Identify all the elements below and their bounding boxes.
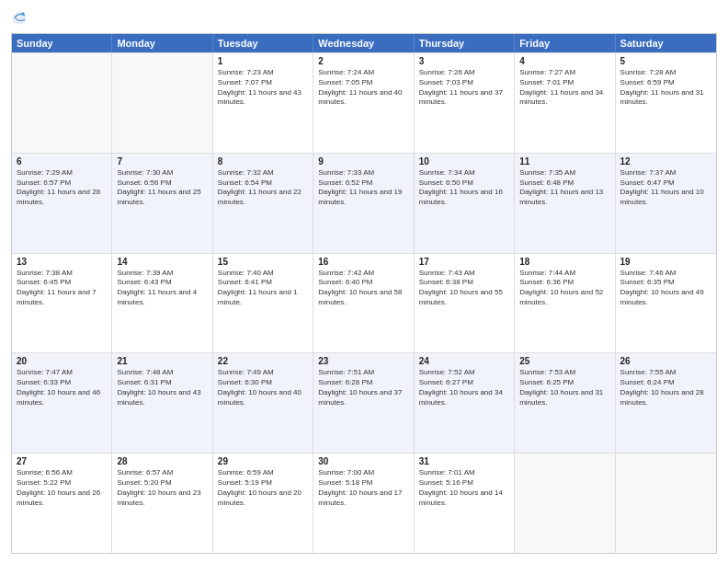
calendar-cell-3-0: 20Sunrise: 7:47 AM Sunset: 6:33 PM Dayli… [12, 353, 112, 453]
calendar-cell-4-5 [515, 454, 615, 553]
day-number: 19 [620, 257, 711, 267]
calendar-cell-3-4: 24Sunrise: 7:52 AM Sunset: 6:27 PM Dayli… [415, 353, 515, 453]
day-info: Sunrise: 7:38 AM Sunset: 6:45 PM Dayligh… [17, 269, 107, 308]
logo [11, 9, 29, 26]
day-info: Sunrise: 7:47 AM Sunset: 6:33 PM Dayligh… [17, 368, 107, 408]
day-info: Sunrise: 7:34 AM Sunset: 6:50 PM Dayligh… [419, 168, 509, 208]
day-number: 6 [17, 156, 107, 167]
calendar-cell-3-1: 21Sunrise: 7:48 AM Sunset: 6:31 PM Dayli… [112, 353, 212, 453]
day-info: Sunrise: 7:01 AM Sunset: 5:16 PM Dayligh… [419, 468, 509, 508]
calendar-cell-1-3: 9Sunrise: 7:33 AM Sunset: 6:52 PM Daylig… [313, 154, 414, 253]
calendar-row-0: 1Sunrise: 7:23 AM Sunset: 7:07 PM Daylig… [12, 52, 716, 153]
day-number: 27 [17, 456, 107, 466]
calendar-row-3: 20Sunrise: 7:47 AM Sunset: 6:33 PM Dayli… [12, 352, 716, 453]
calendar-cell-0-0 [12, 53, 112, 153]
day-info: Sunrise: 7:27 AM Sunset: 7:01 PM Dayligh… [519, 68, 609, 108]
day-number: 5 [620, 56, 711, 66]
day-number: 25 [519, 356, 609, 366]
calendar-cell-2-3: 16Sunrise: 7:42 AM Sunset: 6:40 PM Dayli… [313, 254, 414, 353]
day-info: Sunrise: 7:26 AM Sunset: 7:03 PM Dayligh… [419, 68, 509, 108]
weekday-header-tuesday: Tuesday [213, 34, 313, 52]
day-number: 11 [519, 156, 609, 167]
calendar-cell-3-2: 22Sunrise: 7:49 AM Sunset: 6:30 PM Dayli… [213, 353, 313, 453]
day-number: 14 [117, 257, 207, 267]
page-header [11, 9, 717, 26]
day-number: 12 [620, 156, 711, 167]
calendar-cell-4-3: 30Sunrise: 7:00 AM Sunset: 5:18 PM Dayli… [313, 454, 414, 553]
calendar: SundayMondayTuesdayWednesdayThursdayFrid… [11, 33, 717, 554]
day-info: Sunrise: 7:28 AM Sunset: 6:59 PM Dayligh… [620, 68, 711, 108]
day-info: Sunrise: 7:53 AM Sunset: 6:25 PM Dayligh… [519, 368, 609, 408]
day-number: 26 [620, 356, 711, 366]
day-info: Sunrise: 7:32 AM Sunset: 6:54 PM Dayligh… [218, 168, 308, 208]
calendar-cell-2-0: 13Sunrise: 7:38 AM Sunset: 6:45 PM Dayli… [12, 254, 112, 353]
calendar-cell-4-0: 27Sunrise: 6:56 AM Sunset: 5:22 PM Dayli… [12, 454, 112, 553]
calendar-cell-1-5: 11Sunrise: 7:35 AM Sunset: 6:48 PM Dayli… [515, 154, 615, 253]
day-info: Sunrise: 7:44 AM Sunset: 6:36 PM Dayligh… [519, 269, 609, 308]
day-number: 28 [117, 456, 207, 466]
day-info: Sunrise: 6:56 AM Sunset: 5:22 PM Dayligh… [17, 468, 107, 508]
day-info: Sunrise: 6:59 AM Sunset: 5:19 PM Dayligh… [218, 468, 308, 508]
calendar-row-1: 6Sunrise: 7:29 AM Sunset: 6:57 PM Daylig… [12, 153, 716, 253]
day-number: 31 [419, 456, 509, 466]
calendar-cell-3-6: 26Sunrise: 7:55 AM Sunset: 6:24 PM Dayli… [616, 353, 716, 453]
day-number: 15 [218, 257, 308, 267]
day-info: Sunrise: 7:39 AM Sunset: 6:43 PM Dayligh… [117, 269, 207, 308]
calendar-cell-4-2: 29Sunrise: 6:59 AM Sunset: 5:19 PM Dayli… [213, 454, 313, 553]
day-info: Sunrise: 7:33 AM Sunset: 6:52 PM Dayligh… [318, 168, 408, 208]
day-number: 9 [318, 156, 408, 167]
day-number: 8 [218, 156, 308, 167]
calendar-cell-3-3: 23Sunrise: 7:51 AM Sunset: 6:28 PM Dayli… [313, 353, 414, 453]
calendar-cell-3-5: 25Sunrise: 7:53 AM Sunset: 6:25 PM Dayli… [515, 353, 615, 453]
day-info: Sunrise: 7:30 AM Sunset: 6:56 PM Dayligh… [117, 168, 207, 208]
weekday-header-saturday: Saturday [616, 34, 716, 52]
calendar-cell-0-5: 4Sunrise: 7:27 AM Sunset: 7:01 PM Daylig… [515, 53, 615, 153]
day-number: 2 [318, 56, 408, 66]
day-number: 21 [117, 356, 207, 366]
calendar-cell-0-1 [112, 53, 212, 153]
day-number: 29 [218, 456, 308, 466]
day-number: 17 [419, 257, 509, 267]
day-info: Sunrise: 6:57 AM Sunset: 5:20 PM Dayligh… [117, 468, 207, 508]
weekday-header-thursday: Thursday [415, 34, 515, 52]
day-number: 24 [419, 356, 509, 366]
day-number: 22 [218, 356, 308, 366]
weekday-header-monday: Monday [112, 34, 212, 52]
weekday-header-friday: Friday [515, 34, 615, 52]
day-number: 7 [117, 156, 207, 167]
calendar-body: 1Sunrise: 7:23 AM Sunset: 7:07 PM Daylig… [12, 52, 716, 553]
calendar-cell-1-0: 6Sunrise: 7:29 AM Sunset: 6:57 PM Daylig… [12, 154, 112, 253]
day-number: 16 [318, 257, 408, 267]
weekday-header-wednesday: Wednesday [313, 34, 414, 52]
logo-icon [11, 9, 28, 26]
day-number: 10 [419, 156, 509, 167]
calendar-cell-0-4: 3Sunrise: 7:26 AM Sunset: 7:03 PM Daylig… [415, 53, 515, 153]
calendar-row-4: 27Sunrise: 6:56 AM Sunset: 5:22 PM Dayli… [12, 453, 716, 553]
day-info: Sunrise: 7:46 AM Sunset: 6:35 PM Dayligh… [620, 269, 711, 308]
day-info: Sunrise: 7:24 AM Sunset: 7:05 PM Dayligh… [318, 68, 408, 108]
day-info: Sunrise: 7:49 AM Sunset: 6:30 PM Dayligh… [218, 368, 308, 408]
day-info: Sunrise: 7:42 AM Sunset: 6:40 PM Dayligh… [318, 269, 408, 308]
day-number: 18 [519, 257, 609, 267]
calendar-cell-2-1: 14Sunrise: 7:39 AM Sunset: 6:43 PM Dayli… [112, 254, 212, 353]
calendar-cell-0-3: 2Sunrise: 7:24 AM Sunset: 7:05 PM Daylig… [313, 53, 414, 153]
calendar-cell-1-1: 7Sunrise: 7:30 AM Sunset: 6:56 PM Daylig… [112, 154, 212, 253]
day-info: Sunrise: 7:51 AM Sunset: 6:28 PM Dayligh… [318, 368, 408, 408]
day-info: Sunrise: 7:00 AM Sunset: 5:18 PM Dayligh… [318, 468, 408, 508]
day-number: 23 [318, 356, 408, 366]
calendar-cell-4-4: 31Sunrise: 7:01 AM Sunset: 5:16 PM Dayli… [415, 454, 515, 553]
calendar-cell-0-6: 5Sunrise: 7:28 AM Sunset: 6:59 PM Daylig… [616, 53, 716, 153]
day-info: Sunrise: 7:52 AM Sunset: 6:27 PM Dayligh… [419, 368, 509, 408]
calendar-cell-1-2: 8Sunrise: 7:32 AM Sunset: 6:54 PM Daylig… [213, 154, 313, 253]
calendar-cell-2-5: 18Sunrise: 7:44 AM Sunset: 6:36 PM Dayli… [515, 254, 615, 353]
day-info: Sunrise: 7:40 AM Sunset: 6:41 PM Dayligh… [218, 269, 308, 308]
calendar-cell-1-4: 10Sunrise: 7:34 AM Sunset: 6:50 PM Dayli… [415, 154, 515, 253]
calendar-cell-4-1: 28Sunrise: 6:57 AM Sunset: 5:20 PM Dayli… [112, 454, 212, 553]
day-number: 13 [17, 257, 107, 267]
day-info: Sunrise: 7:23 AM Sunset: 7:07 PM Dayligh… [218, 68, 308, 108]
calendar-row-2: 13Sunrise: 7:38 AM Sunset: 6:45 PM Dayli… [12, 253, 716, 353]
calendar-cell-2-6: 19Sunrise: 7:46 AM Sunset: 6:35 PM Dayli… [616, 254, 716, 353]
day-info: Sunrise: 7:48 AM Sunset: 6:31 PM Dayligh… [117, 368, 207, 408]
day-info: Sunrise: 7:35 AM Sunset: 6:48 PM Dayligh… [519, 168, 609, 208]
day-info: Sunrise: 7:43 AM Sunset: 6:38 PM Dayligh… [419, 269, 509, 308]
